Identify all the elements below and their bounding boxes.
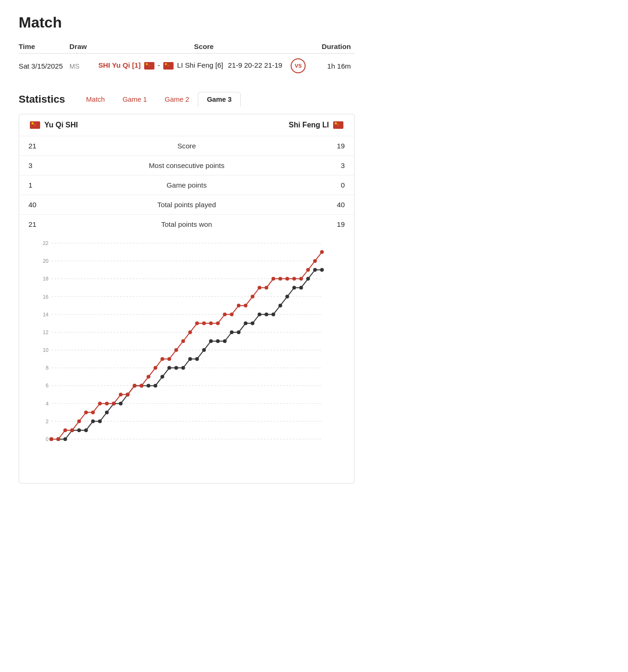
col-time: Time	[19, 40, 70, 54]
tab-game3[interactable]: Game 3	[198, 92, 240, 107]
svg-point-88	[216, 322, 220, 325]
chart-container: 0246810121416182022	[19, 234, 354, 483]
svg-point-101	[306, 268, 310, 272]
svg-text:16: 16	[43, 294, 49, 300]
svg-point-60	[299, 286, 303, 289]
vs-badge: VS	[291, 58, 306, 73]
svg-point-68	[77, 420, 81, 423]
tab-game1[interactable]: Game 1	[114, 92, 156, 107]
stats-val-right-3: 40	[317, 201, 345, 209]
statistics-header: Statistics Match Game 1 Game 2 Game 3	[19, 92, 355, 107]
svg-point-67	[70, 428, 74, 432]
stats-label-1: Most consecutive points	[56, 161, 317, 169]
svg-point-55	[265, 313, 268, 316]
svg-point-42	[174, 366, 178, 370]
score-text: 21-9 20-22 21-19	[228, 61, 283, 69]
svg-point-91	[237, 304, 241, 308]
svg-point-97	[279, 277, 282, 280]
svg-point-59	[293, 286, 296, 289]
svg-point-29	[84, 428, 88, 432]
svg-text:0: 0	[46, 436, 49, 442]
svg-point-66	[63, 428, 67, 432]
svg-point-89	[223, 313, 227, 316]
stats-players-row: Yu Qi SHI Shi Feng LI	[19, 114, 354, 136]
svg-point-73	[112, 402, 116, 406]
svg-point-76	[133, 384, 136, 387]
svg-point-87	[209, 322, 213, 325]
svg-point-102	[313, 259, 317, 263]
svg-text:2: 2	[46, 419, 49, 424]
stats-val-left-0: 21	[28, 142, 56, 150]
svg-point-83	[181, 339, 185, 343]
player2-name: LI Shi Feng [6]	[177, 61, 223, 69]
player1-flag	[144, 62, 154, 70]
svg-point-57	[279, 304, 282, 308]
stats-val-right-2: 0	[317, 181, 345, 189]
stats-row-4: 21 Total points won 19	[19, 215, 354, 234]
stats-val-left-3: 40	[28, 201, 56, 209]
svg-point-79	[154, 366, 157, 370]
svg-point-71	[98, 402, 102, 406]
separator: -	[158, 61, 162, 69]
svg-point-32	[105, 411, 109, 414]
svg-text:12: 12	[43, 329, 49, 335]
svg-text:10: 10	[43, 347, 49, 353]
score-chart: 0246810121416182022	[28, 238, 345, 472]
svg-point-61	[306, 277, 310, 280]
svg-point-78	[147, 375, 150, 378]
svg-point-77	[140, 384, 143, 387]
svg-text:22: 22	[43, 240, 49, 246]
player-right-flag	[333, 121, 343, 129]
svg-point-92	[244, 304, 247, 308]
svg-point-98	[286, 277, 289, 280]
tab-match[interactable]: Match	[77, 92, 114, 107]
svg-point-26	[63, 437, 67, 441]
svg-point-65	[56, 437, 60, 441]
svg-point-30	[91, 420, 95, 423]
stats-row-2: 1 Game points 0	[19, 175, 354, 195]
stats-val-left-1: 3	[28, 161, 56, 169]
match-type-label: MS	[70, 63, 80, 70]
svg-point-58	[286, 295, 289, 299]
stats-player-left: Yu Qi SHI	[28, 121, 78, 129]
player-left-flag	[30, 121, 40, 129]
stats-player-right: Shi Feng LI	[289, 121, 345, 129]
stats-row-1: 3 Most consecutive points 3	[19, 156, 354, 175]
svg-point-49	[223, 339, 227, 343]
player-right-name: Shi Feng LI	[289, 121, 329, 129]
svg-point-93	[251, 295, 254, 299]
match-duration: 1h 16m	[320, 54, 355, 78]
svg-point-72	[105, 402, 109, 406]
svg-point-75	[126, 393, 130, 397]
match-draw: MS	[70, 54, 92, 78]
svg-point-52	[244, 322, 247, 325]
svg-point-62	[313, 268, 317, 272]
match-score-cell: SHI Yu Qi [1] - LI Shi Feng [6] 21-9 20-…	[92, 54, 320, 78]
svg-point-41	[167, 366, 171, 370]
svg-point-31	[98, 420, 102, 423]
svg-point-85	[195, 322, 199, 325]
col-draw: Draw	[70, 40, 92, 54]
svg-point-69	[84, 411, 88, 414]
col-score: Score	[92, 40, 320, 54]
tab-game2[interactable]: Game 2	[156, 92, 198, 107]
svg-point-56	[272, 313, 275, 316]
svg-point-70	[91, 411, 95, 414]
col-duration: Duration	[320, 40, 355, 54]
stats-val-left-4: 21	[28, 220, 56, 228]
svg-point-51	[237, 330, 241, 334]
stats-val-left-2: 1	[28, 181, 56, 189]
stats-label-0: Score	[56, 142, 317, 150]
player-left-name: Yu Qi SHI	[44, 121, 78, 129]
svg-point-44	[188, 357, 192, 361]
svg-point-81	[167, 357, 171, 361]
svg-point-86	[202, 322, 206, 325]
svg-point-39	[154, 384, 157, 387]
svg-point-28	[77, 428, 81, 432]
svg-point-80	[160, 357, 164, 361]
stats-val-right-0: 19	[317, 142, 345, 150]
stats-val-right-1: 3	[317, 161, 345, 169]
svg-point-63	[320, 268, 324, 272]
svg-point-40	[160, 375, 164, 378]
svg-point-54	[258, 313, 261, 316]
